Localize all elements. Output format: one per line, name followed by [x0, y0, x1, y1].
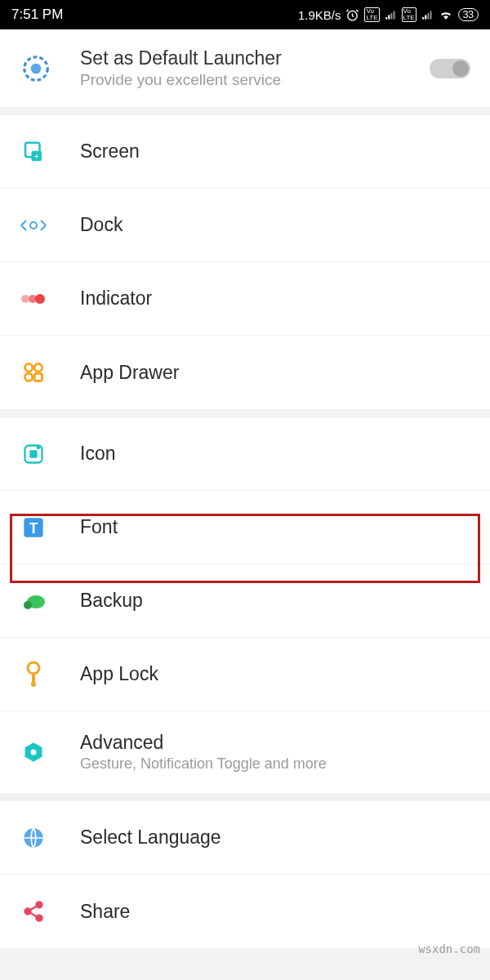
svg-point-23 — [31, 682, 36, 687]
svg-rect-15 — [29, 450, 37, 457]
menu-label: Indicator — [80, 287, 152, 310]
menu-label: Screen — [80, 140, 140, 163]
svg-point-29 — [37, 915, 42, 921]
svg-rect-22 — [32, 672, 35, 684]
menu-label: Select Language — [80, 826, 221, 849]
menu-label: Backup — [80, 590, 143, 612]
menu-applock[interactable]: App Lock — [0, 638, 490, 711]
alarm-icon — [345, 8, 359, 22]
volte-icon: VoLTE — [364, 7, 379, 22]
advanced-icon — [20, 738, 47, 766]
header-section: Set as Default Launcher Provide you exce… — [0, 29, 490, 107]
menu-dock[interactable]: Dock — [0, 189, 490, 262]
appdrawer-icon — [20, 359, 47, 386]
share-icon — [20, 898, 47, 925]
menu-sublabel: Gesture, Notification Toggle and more — [80, 755, 327, 773]
other-section: Select Language Share — [0, 801, 490, 948]
svg-point-6 — [30, 222, 37, 229]
status-bar: 7:51 PM 1.9KB/s VoLTE VoLTE 33 — [0, 0, 490, 29]
svg-point-2 — [31, 63, 42, 74]
svg-point-7 — [21, 295, 29, 303]
svg-point-12 — [25, 373, 33, 381]
menu-label: Font — [80, 516, 118, 538]
menu-label: Share — [80, 901, 130, 923]
screen-icon: + — [20, 138, 47, 166]
globe-icon — [20, 824, 47, 852]
wifi-icon — [439, 7, 453, 22]
signal-icon — [385, 9, 397, 21]
signal-icon-2 — [421, 9, 434, 21]
menu-appdrawer[interactable]: App Drawer — [0, 336, 490, 409]
svg-point-27 — [25, 909, 31, 915]
svg-point-20 — [24, 601, 32, 609]
icon-icon — [20, 440, 47, 468]
svg-point-25 — [31, 750, 37, 755]
layout-section: + Screen Dock Indicator App Drawer — [0, 115, 490, 409]
svg-point-9 — [35, 294, 45, 304]
svg-point-11 — [34, 364, 42, 372]
header-subtitle: Provide you excellent service — [80, 71, 430, 89]
menu-share[interactable]: Share — [0, 875, 490, 948]
svg-point-16 — [37, 445, 41, 449]
menu-icon[interactable]: Icon — [0, 417, 490, 491]
svg-point-21 — [28, 662, 39, 674]
header-text: Set as Default Launcher Provide you exce… — [80, 47, 430, 89]
menu-label: Icon — [80, 443, 115, 465]
dock-icon — [20, 212, 47, 239]
status-time: 7:51 PM — [11, 7, 63, 23]
svg-text:+: + — [34, 151, 39, 160]
indicator-icon — [20, 285, 47, 313]
menu-backup[interactable]: Backup — [0, 564, 490, 638]
menu-label: App Lock — [80, 663, 158, 685]
volte-icon-2: VoLTE — [402, 7, 416, 22]
applock-icon — [20, 661, 47, 688]
customize-section: Icon T Font Backup App Lock Advanced Ges… — [0, 417, 490, 793]
font-icon: T — [20, 514, 47, 541]
svg-rect-13 — [34, 373, 42, 381]
header-title: Set as Default Launcher — [80, 47, 430, 69]
menu-label: App Drawer — [80, 362, 179, 384]
backup-icon — [20, 587, 47, 615]
svg-point-28 — [37, 902, 42, 907]
menu-label: Advanced — [80, 732, 327, 754]
gear-icon — [20, 52, 52, 85]
svg-point-10 — [25, 364, 33, 372]
menu-language[interactable]: Select Language — [0, 801, 490, 875]
menu-screen[interactable]: + Screen — [0, 115, 490, 189]
menu-indicator[interactable]: Indicator — [0, 262, 490, 336]
default-launcher-toggle[interactable] — [430, 59, 470, 78]
watermark: wsxdn.com — [418, 942, 480, 956]
status-icons: 1.9KB/s VoLTE VoLTE 33 — [298, 7, 479, 22]
menu-font[interactable]: T Font — [0, 491, 490, 564]
status-speed: 1.9KB/s — [298, 8, 341, 22]
default-launcher-row[interactable]: Set as Default Launcher Provide you exce… — [0, 29, 490, 107]
battery-icon: 33 — [458, 8, 479, 21]
menu-label: Dock — [80, 214, 122, 236]
menu-advanced[interactable]: Advanced Gesture, Notification Toggle an… — [0, 711, 490, 793]
svg-text:T: T — [29, 520, 38, 537]
